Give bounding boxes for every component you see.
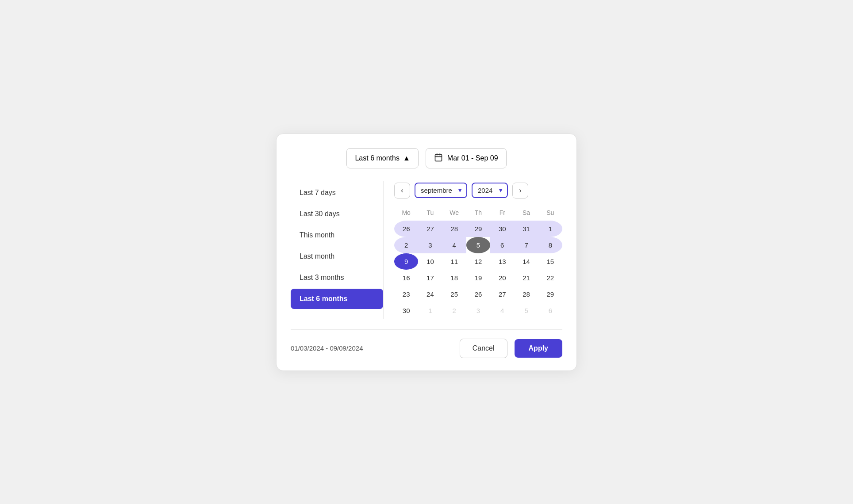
cal-cell-0-6[interactable]: 1 [538, 221, 562, 237]
cal-cell-2-4[interactable]: 13 [490, 253, 514, 270]
cal-cell-5-3[interactable]: 3 [466, 302, 490, 319]
calendar-icon [434, 153, 443, 164]
cal-cell-0-1[interactable]: 27 [418, 221, 442, 237]
cal-header-fr: Fr [490, 206, 514, 219]
cal-cell-4-6[interactable]: 29 [538, 286, 562, 302]
cal-cell-3-5[interactable]: 21 [514, 270, 538, 286]
cal-cell-3-3[interactable]: 19 [466, 270, 490, 286]
cancel-button[interactable]: Cancel [460, 339, 507, 358]
cal-cell-4-5[interactable]: 28 [514, 286, 538, 302]
date-range-display-label: Mar 01 - Sep 09 [447, 154, 498, 162]
cal-cell-5-4[interactable]: 4 [490, 302, 514, 319]
cal-cell-2-1[interactable]: 10 [418, 253, 442, 270]
chevron-up-icon: ▲ [403, 154, 410, 162]
cal-cell-1-2[interactable]: 4 [442, 237, 466, 253]
cal-cell-1-4[interactable]: 6 [490, 237, 514, 253]
cal-header-th: Th [466, 206, 490, 219]
cal-cell-5-2[interactable]: 2 [442, 302, 466, 319]
cal-cell-3-0[interactable]: 16 [394, 270, 418, 286]
preset-item-last7[interactable]: Last 7 days [291, 183, 383, 203]
cal-cell-4-1[interactable]: 24 [418, 286, 442, 302]
cal-cell-3-4[interactable]: 20 [490, 270, 514, 286]
cal-cell-0-3[interactable]: 29 [466, 221, 490, 237]
date-display[interactable]: Mar 01 - Sep 09 [426, 148, 507, 168]
preset-item-last3months[interactable]: Last 3 months [291, 267, 383, 288]
calendar-row-1: 2345678 [394, 237, 562, 253]
year-select-wrapper: 2022202320242025 ▼ [472, 183, 508, 198]
cal-cell-3-2[interactable]: 18 [442, 270, 466, 286]
range-selector-label: Last 6 months [355, 154, 400, 162]
prev-month-button[interactable]: ‹ [394, 183, 410, 199]
cal-cell-5-6[interactable]: 6 [538, 302, 562, 319]
svg-rect-0 [435, 154, 442, 161]
cal-cell-5-5[interactable]: 5 [514, 302, 538, 319]
cal-cell-4-2[interactable]: 25 [442, 286, 466, 302]
cal-cell-2-5[interactable]: 14 [514, 253, 538, 270]
header-row: Last 6 months ▲ Mar 01 - Sep 09 [291, 148, 562, 168]
calendar-row-0: 2627282930311 [394, 221, 562, 237]
preset-item-thismonth[interactable]: This month [291, 225, 383, 245]
year-select[interactable]: 2022202320242025 [472, 183, 508, 198]
cal-cell-1-0[interactable]: 2 [394, 237, 418, 253]
cal-cell-1-6[interactable]: 8 [538, 237, 562, 253]
cal-cell-2-6[interactable]: 15 [538, 253, 562, 270]
cal-cell-1-1[interactable]: 3 [418, 237, 442, 253]
preset-item-last30[interactable]: Last 30 days [291, 204, 383, 224]
calendar-body: 2627282930311234567891011121314151617181… [394, 221, 562, 319]
calendar-nav: ‹ janvierfévriermarsavrilmaijuinjuilleta… [394, 183, 562, 199]
cal-header-tu: Tu [418, 206, 442, 219]
cal-cell-0-5[interactable]: 31 [514, 221, 538, 237]
cal-cell-0-0[interactable]: 26 [394, 221, 418, 237]
calendar-row-4: 23242526272829 [394, 286, 562, 302]
main-content: Last 7 daysLast 30 daysThis monthLast mo… [291, 181, 562, 319]
month-select-wrapper: janvierfévriermarsavrilmaijuinjuilletaoû… [415, 183, 467, 198]
cal-cell-1-5[interactable]: 7 [514, 237, 538, 253]
preset-item-lastmonth[interactable]: Last month [291, 246, 383, 267]
calendar-row-2: 9101112131415 [394, 253, 562, 270]
month-select[interactable]: janvierfévriermarsavrilmaijuinjuilletaoû… [415, 183, 467, 198]
cal-cell-4-0[interactable]: 23 [394, 286, 418, 302]
cal-cell-0-2[interactable]: 28 [442, 221, 466, 237]
cal-cell-3-6[interactable]: 22 [538, 270, 562, 286]
cal-header-we: We [442, 206, 466, 219]
footer-row: 01/03/2024 - 09/09/2024 Cancel Apply [291, 329, 562, 358]
cal-cell-0-4[interactable]: 30 [490, 221, 514, 237]
next-month-button[interactable]: › [512, 183, 528, 199]
calendar-row-3: 16171819202122 [394, 270, 562, 286]
preset-item-last6months[interactable]: Last 6 months [291, 289, 383, 309]
cal-cell-2-3[interactable]: 12 [466, 253, 490, 270]
calendar-row-5: 30123456 [394, 302, 562, 319]
calendar-header: MoTuWeThFrSaSu [394, 206, 562, 219]
footer-date-range: 01/03/2024 - 09/09/2024 [291, 344, 453, 352]
date-picker-modal: Last 6 months ▲ Mar 01 - Sep 09 Last 7 d… [276, 134, 577, 371]
cal-cell-4-4[interactable]: 27 [490, 286, 514, 302]
cal-header-sa: Sa [514, 206, 538, 219]
cal-cell-4-3[interactable]: 26 [466, 286, 490, 302]
cal-cell-2-2[interactable]: 11 [442, 253, 466, 270]
cal-header-mo: Mo [394, 206, 418, 219]
range-selector-button[interactable]: Last 6 months ▲ [346, 148, 418, 168]
cal-cell-1-3[interactable]: 5 [466, 237, 490, 253]
cal-cell-5-0[interactable]: 30 [394, 302, 418, 319]
preset-list: Last 7 daysLast 30 daysThis monthLast mo… [291, 181, 384, 319]
cal-cell-5-1[interactable]: 1 [418, 302, 442, 319]
apply-button[interactable]: Apply [515, 339, 562, 358]
cal-header-su: Su [538, 206, 562, 219]
cal-cell-3-1[interactable]: 17 [418, 270, 442, 286]
cal-cell-2-0[interactable]: 9 [394, 253, 418, 270]
calendar-grid: MoTuWeThFrSaSu 2627282930311234567891011… [394, 206, 562, 319]
calendar-panel: ‹ janvierfévriermarsavrilmaijuinjuilleta… [384, 181, 562, 319]
